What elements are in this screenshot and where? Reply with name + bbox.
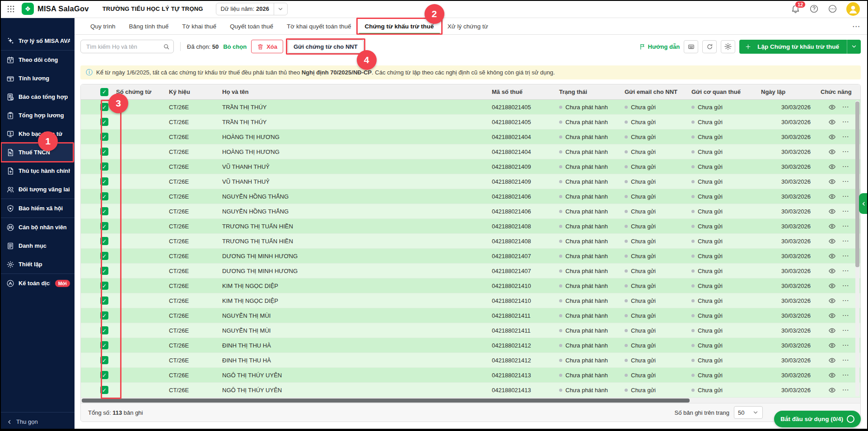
row-menu-icon[interactable]: ⋯ (842, 356, 849, 364)
guide-link[interactable]: Hướng dẫn (639, 43, 680, 50)
view-icon[interactable] (828, 237, 836, 245)
table-row[interactable]: CT/26EĐINH THỊ THU HÀ042188021412Chưa ph… (81, 338, 860, 353)
view-icon[interactable] (828, 103, 836, 111)
vertical-scrollbar[interactable] (855, 101, 859, 396)
table-row[interactable]: CT/26EDƯƠNG THỊ MINH HƯƠNG042188021407Ch… (81, 264, 860, 278)
sidebar-item-thiet-lap[interactable]: Thiết lập (0, 255, 75, 273)
delete-button[interactable]: Xóa (251, 40, 283, 53)
row-menu-icon[interactable]: ⋯ (842, 282, 849, 290)
horizontal-scrollbar-thumb[interactable] (82, 399, 690, 403)
row-checkbox[interactable] (100, 386, 108, 394)
more-button[interactable] (828, 4, 837, 14)
row-checkbox[interactable] (100, 252, 108, 260)
row-menu-icon[interactable]: ⋯ (842, 192, 849, 200)
row-menu-icon[interactable]: ⋯ (842, 267, 849, 275)
row-checkbox[interactable] (100, 192, 108, 200)
table-row[interactable]: CT/26EVŨ THANH THUỶ042188021409Chưa phát… (81, 174, 860, 189)
search-input[interactable] (85, 43, 163, 51)
view-icon[interactable] (828, 208, 836, 215)
vertical-scrollbar-thumb[interactable] (855, 102, 859, 267)
column-header-chuc-nang[interactable]: Chức năng (817, 88, 860, 95)
view-icon[interactable] (828, 327, 836, 334)
column-header-ky-hieu[interactable]: Ký hiệu (165, 88, 219, 95)
per-page-select[interactable]: 50 (734, 406, 763, 419)
view-icon[interactable] (828, 133, 836, 141)
sidebar-item-tong-hop-luong[interactable]: $Tổng hợp lương (0, 106, 75, 125)
sidebar-item-doi-tuong-vang-lai[interactable]: Đối tượng vãng lai (0, 180, 75, 199)
row-checkbox[interactable] (100, 133, 108, 141)
deselect-link[interactable]: Bỏ chọn (223, 43, 247, 50)
card-view-button[interactable] (684, 40, 698, 53)
view-icon[interactable] (828, 193, 836, 200)
table-row[interactable]: CT/26EDƯƠNG THỊ MINH HƯƠNG042188021407Ch… (81, 249, 860, 264)
sidebar-item-theo-doi-cong[interactable]: Theo dõi công (0, 51, 75, 69)
row-checkbox[interactable] (100, 207, 108, 215)
table-row[interactable]: CT/26ETRƯƠNG THỊ TUẤN HIỀN042188021408Ch… (81, 234, 860, 249)
column-header-ho-va-ten[interactable]: Họ và tên (219, 88, 488, 95)
table-row[interactable]: CT/26EĐINH THỊ THU HÀ042188021412Chưa ph… (81, 353, 860, 368)
view-icon[interactable] (828, 312, 836, 320)
row-menu-icon[interactable]: ⋯ (842, 252, 849, 260)
table-row[interactable]: CT/26ENGUYỄN HỒNG THẮNG042188021406Chưa … (81, 189, 860, 204)
sidebar-item-tro-ly-so-misa-ava[interactable]: Trợ lý số MISA AVA (0, 32, 75, 50)
refresh-button[interactable] (702, 40, 717, 53)
view-icon[interactable] (828, 297, 836, 305)
row-checkbox[interactable] (100, 237, 108, 245)
create-document-button[interactable]: Lập Chứng từ khấu trừ thuế (739, 40, 861, 54)
row-checkbox[interactable] (100, 162, 108, 171)
view-icon[interactable] (828, 357, 836, 364)
row-menu-icon[interactable]: ⋯ (842, 222, 849, 230)
table-row[interactable]: CT/26ENGUYỄN THỊ MÙI042188021411Chưa phá… (81, 308, 860, 323)
column-header-gui-email-cho-nnt[interactable]: Gửi email cho NNT (621, 88, 688, 95)
sidebar-item-tinh-luong[interactable]: $Tính lương (0, 69, 75, 88)
tab-quyet-toan-thue[interactable]: Quyết toán thuế (223, 18, 280, 34)
table-row[interactable]: CT/26EKIM THỊ NGỌC DIỆP042188021410Chưa … (81, 278, 860, 293)
sidebar-item-bao-hiem-xa-hoi[interactable]: Bảo hiểm xã hội (0, 199, 75, 218)
view-icon[interactable] (828, 118, 836, 126)
settings-button[interactable] (721, 40, 735, 53)
view-icon[interactable] (828, 282, 836, 290)
row-menu-icon[interactable]: ⋯ (842, 371, 849, 379)
row-checkbox[interactable] (100, 341, 108, 349)
row-checkbox[interactable] (100, 222, 108, 230)
row-menu-icon[interactable]: ⋯ (842, 162, 849, 171)
row-checkbox[interactable] (100, 177, 108, 185)
sidebar-item-can-bo-nhan-vien[interactable]: Cán bộ nhân viên (0, 218, 75, 236)
help-button[interactable] (809, 4, 819, 14)
row-checkbox[interactable] (100, 297, 108, 305)
row-checkbox[interactable] (100, 118, 108, 126)
table-row[interactable]: CT/26EKIM THỊ NGỌC DIỆP042188021410Chưa … (81, 293, 860, 308)
row-menu-icon[interactable]: ⋯ (842, 297, 849, 305)
select-all-checkbox[interactable] (100, 88, 108, 96)
table-row[interactable]: CT/26EHOÀNG THỊ HƯƠNG042188021404Chưa ph… (81, 130, 860, 144)
view-icon[interactable] (828, 342, 836, 349)
row-menu-icon[interactable]: ⋯ (842, 177, 849, 185)
tab-quy-trinh[interactable]: Quy trình (84, 18, 122, 34)
column-header-gui-co-quan-thue[interactable]: Gửi cơ quan thuế (688, 88, 757, 95)
collapse-sidebar-button[interactable]: Thu gọn (0, 412, 75, 431)
row-menu-icon[interactable]: ⋯ (842, 133, 849, 141)
row-menu-icon[interactable]: ⋯ (842, 326, 849, 334)
year-select[interactable]: Dữ liệu năm:2026 (216, 3, 288, 15)
row-menu-icon[interactable]: ⋯ (842, 207, 849, 215)
row-menu-icon[interactable]: ⋯ (842, 341, 849, 349)
table-row[interactable]: CT/26EHOÀNG THỊ HƯƠNG042188021404Chưa ph… (81, 144, 860, 159)
sidebar-item-ke-toan-dich-vu[interactable]: Kế toán dịch vụMới (0, 274, 75, 292)
table-row[interactable]: CT/26ENGÔ THỊ THÚY UYÊN042188021413Chưa … (81, 368, 860, 383)
row-checkbox[interactable] (100, 326, 108, 334)
row-checkbox[interactable] (100, 103, 108, 111)
view-icon[interactable] (828, 148, 836, 156)
sidebar-item-bao-cao-tong-hop[interactable]: $Báo cáo tổng hợp (0, 88, 75, 106)
row-menu-icon[interactable]: ⋯ (842, 118, 849, 126)
view-icon[interactable] (828, 178, 836, 185)
row-checkbox[interactable] (100, 267, 108, 275)
sidebar-item-thue-tncn[interactable]: Thuế TNCN1 (0, 143, 75, 162)
row-menu-icon[interactable]: ⋯ (842, 386, 849, 394)
start-using-button[interactable]: Bắt đầu sử dụng (0/4) (774, 411, 861, 427)
table-row[interactable]: CT/26ETRƯƠNG THỊ TUẤN HIỀN042188021408Ch… (81, 219, 860, 234)
tab-chung-tu-khau-tru-thue[interactable]: Chứng từ khấu trừ thuế2 (358, 18, 441, 34)
row-menu-icon[interactable]: ⋯ (842, 311, 849, 320)
table-row[interactable]: CT/26ENGUYỄN THỊ MÙI042188021411Chưa phá… (81, 323, 860, 338)
table-row[interactable]: CT/26ENGÔ THỊ THÚY UYÊN042188021413Chưa … (81, 383, 860, 398)
row-menu-icon[interactable]: ⋯ (842, 148, 849, 156)
